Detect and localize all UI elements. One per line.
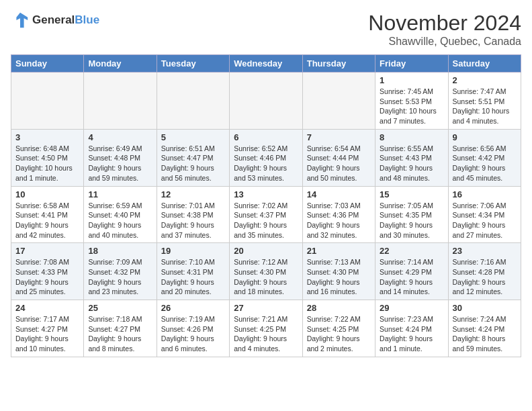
day-info: Sunrise: 6:59 AM Sunset: 4:40 PM Dayligh… (88, 201, 152, 240)
day-info: Sunrise: 6:54 AM Sunset: 4:44 PM Dayligh… (307, 144, 371, 183)
calendar-cell: 5Sunrise: 6:51 AM Sunset: 4:47 PM Daylig… (157, 129, 229, 186)
day-number: 17 (15, 246, 79, 256)
day-info: Sunrise: 7:09 AM Sunset: 4:32 PM Dayligh… (88, 257, 152, 297)
day-number: 3 (15, 132, 79, 142)
day-number: 10 (15, 189, 79, 199)
calendar-cell: 3Sunrise: 6:48 AM Sunset: 4:50 PM Daylig… (11, 129, 84, 186)
day-number: 11 (88, 189, 152, 199)
day-info: Sunrise: 7:03 AM Sunset: 4:36 PM Dayligh… (307, 201, 371, 240)
day-info: Sunrise: 6:58 AM Sunset: 4:41 PM Dayligh… (15, 201, 79, 240)
day-info: Sunrise: 7:21 AM Sunset: 4:25 PM Dayligh… (234, 314, 298, 354)
calendar-cell: 13Sunrise: 7:02 AM Sunset: 4:37 PM Dayli… (230, 186, 302, 243)
calendar-cell: 4Sunrise: 6:49 AM Sunset: 4:48 PM Daylig… (84, 129, 157, 186)
calendar-cell: 16Sunrise: 7:06 AM Sunset: 4:34 PM Dayli… (448, 186, 521, 243)
col-saturday: Saturday (448, 55, 521, 73)
day-info: Sunrise: 7:45 AM Sunset: 5:53 PM Dayligh… (380, 87, 443, 126)
calendar-table: Sunday Monday Tuesday Wednesday Thursday… (11, 54, 521, 357)
calendar-cell (157, 73, 229, 130)
calendar-cell: 12Sunrise: 7:01 AM Sunset: 4:38 PM Dayli… (157, 186, 229, 243)
col-wednesday: Wednesday (230, 55, 302, 73)
calendar-cell: 11Sunrise: 6:59 AM Sunset: 4:40 PM Dayli… (84, 186, 157, 243)
day-number: 5 (161, 132, 225, 142)
day-info: Sunrise: 7:02 AM Sunset: 4:37 PM Dayligh… (234, 201, 298, 240)
calendar-cell: 28Sunrise: 7:22 AM Sunset: 4:25 PM Dayli… (302, 300, 375, 357)
calendar-cell: 30Sunrise: 7:24 AM Sunset: 4:24 PM Dayli… (448, 300, 521, 357)
calendar-cell: 2Sunrise: 7:47 AM Sunset: 5:51 PM Daylig… (448, 73, 521, 130)
calendar-cell: 22Sunrise: 7:14 AM Sunset: 4:29 PM Dayli… (375, 243, 448, 300)
location-title: Shawville, Quebec, Canada (368, 36, 521, 48)
calendar-cell: 8Sunrise: 6:55 AM Sunset: 4:43 PM Daylig… (375, 129, 448, 186)
title-area: November 2024 Shawville, Quebec, Canada (368, 11, 521, 48)
day-number: 30 (453, 303, 517, 313)
day-info: Sunrise: 7:24 AM Sunset: 4:24 PM Dayligh… (453, 314, 517, 354)
day-number: 2 (453, 75, 517, 85)
day-info: Sunrise: 6:48 AM Sunset: 4:50 PM Dayligh… (15, 144, 79, 183)
calendar-week-5: 24Sunrise: 7:17 AM Sunset: 4:27 PM Dayli… (11, 300, 521, 357)
day-number: 13 (234, 189, 298, 199)
day-number: 23 (453, 246, 517, 256)
day-number: 1 (380, 75, 443, 85)
day-number: 16 (453, 189, 517, 199)
day-info: Sunrise: 7:23 AM Sunset: 4:24 PM Dayligh… (380, 314, 443, 354)
day-info: Sunrise: 7:10 AM Sunset: 4:31 PM Dayligh… (161, 257, 225, 297)
calendar-cell: 6Sunrise: 6:52 AM Sunset: 4:46 PM Daylig… (230, 129, 302, 186)
col-friday: Friday (375, 55, 448, 73)
day-info: Sunrise: 7:18 AM Sunset: 4:27 PM Dayligh… (88, 314, 152, 354)
day-info: Sunrise: 7:19 AM Sunset: 4:26 PM Dayligh… (161, 314, 225, 354)
col-sunday: Sunday (11, 55, 84, 73)
day-number: 20 (234, 246, 298, 256)
day-number: 27 (234, 303, 298, 313)
header: GeneralBlue November 2024 Shawville, Que… (11, 11, 521, 48)
day-number: 25 (88, 303, 152, 313)
day-number: 24 (15, 303, 79, 313)
calendar-cell: 29Sunrise: 7:23 AM Sunset: 4:24 PM Dayli… (375, 300, 448, 357)
day-info: Sunrise: 7:06 AM Sunset: 4:34 PM Dayligh… (453, 201, 517, 240)
calendar-cell: 19Sunrise: 7:10 AM Sunset: 4:31 PM Dayli… (157, 243, 229, 300)
calendar-cell: 25Sunrise: 7:18 AM Sunset: 4:27 PM Dayli… (84, 300, 157, 357)
col-monday: Monday (84, 55, 157, 73)
calendar-cell: 26Sunrise: 7:19 AM Sunset: 4:26 PM Dayli… (157, 300, 229, 357)
day-number: 26 (161, 303, 225, 313)
day-number: 19 (161, 246, 225, 256)
day-info: Sunrise: 7:08 AM Sunset: 4:33 PM Dayligh… (15, 257, 79, 297)
day-info: Sunrise: 6:51 AM Sunset: 4:47 PM Dayligh… (161, 144, 225, 183)
calendar-cell (230, 73, 302, 130)
day-info: Sunrise: 7:05 AM Sunset: 4:35 PM Dayligh… (380, 201, 443, 240)
day-info: Sunrise: 6:49 AM Sunset: 4:48 PM Dayligh… (88, 144, 152, 183)
logo-text: GeneralBlue (32, 13, 99, 27)
day-info: Sunrise: 7:22 AM Sunset: 4:25 PM Dayligh… (307, 314, 371, 354)
calendar-cell: 21Sunrise: 7:13 AM Sunset: 4:30 PM Dayli… (302, 243, 375, 300)
day-number: 14 (307, 189, 371, 199)
month-title: November 2024 (368, 11, 521, 36)
calendar-cell: 23Sunrise: 7:16 AM Sunset: 4:28 PM Dayli… (448, 243, 521, 300)
calendar-cell: 27Sunrise: 7:21 AM Sunset: 4:25 PM Dayli… (230, 300, 302, 357)
day-info: Sunrise: 7:14 AM Sunset: 4:29 PM Dayligh… (380, 257, 443, 297)
day-number: 4 (88, 132, 152, 142)
logo: GeneralBlue (11, 11, 99, 30)
day-info: Sunrise: 7:01 AM Sunset: 4:38 PM Dayligh… (161, 201, 225, 240)
day-info: Sunrise: 6:55 AM Sunset: 4:43 PM Dayligh… (380, 144, 443, 183)
logo-icon (11, 11, 30, 30)
day-number: 12 (161, 189, 225, 199)
day-number: 15 (380, 189, 443, 199)
calendar-cell: 9Sunrise: 6:56 AM Sunset: 4:42 PM Daylig… (448, 129, 521, 186)
day-number: 18 (88, 246, 152, 256)
header-row: Sunday Monday Tuesday Wednesday Thursday… (11, 55, 521, 73)
calendar-cell: 1Sunrise: 7:45 AM Sunset: 5:53 PM Daylig… (375, 73, 448, 130)
day-number: 7 (307, 132, 371, 142)
calendar-cell: 10Sunrise: 6:58 AM Sunset: 4:41 PM Dayli… (11, 186, 84, 243)
col-thursday: Thursday (302, 55, 375, 73)
calendar-week-1: 1Sunrise: 7:45 AM Sunset: 5:53 PM Daylig… (11, 73, 521, 130)
day-info: Sunrise: 6:52 AM Sunset: 4:46 PM Dayligh… (234, 144, 298, 183)
day-info: Sunrise: 6:56 AM Sunset: 4:42 PM Dayligh… (453, 144, 517, 183)
day-number: 22 (380, 246, 443, 256)
day-number: 28 (307, 303, 371, 313)
day-number: 29 (380, 303, 443, 313)
calendar-cell: 15Sunrise: 7:05 AM Sunset: 4:35 PM Dayli… (375, 186, 448, 243)
day-number: 9 (453, 132, 517, 142)
calendar-cell (84, 73, 157, 130)
calendar-cell: 7Sunrise: 6:54 AM Sunset: 4:44 PM Daylig… (302, 129, 375, 186)
day-number: 8 (380, 132, 443, 142)
calendar-week-4: 17Sunrise: 7:08 AM Sunset: 4:33 PM Dayli… (11, 243, 521, 300)
day-info: Sunrise: 7:13 AM Sunset: 4:30 PM Dayligh… (307, 257, 371, 297)
